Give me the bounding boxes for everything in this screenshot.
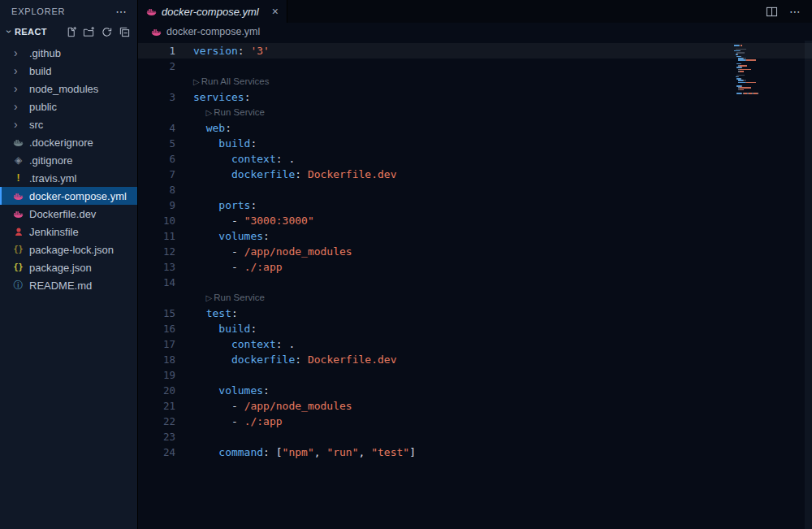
- tree-folder-node_modules[interactable]: ›node_modules: [0, 80, 137, 98]
- file-label: build: [29, 65, 51, 77]
- explorer-actions: [65, 26, 131, 38]
- tree-file-.dockerignore[interactable]: .dockerignore: [0, 133, 137, 151]
- split-editor-icon[interactable]: [766, 6, 778, 18]
- chevron-right-icon: ›: [11, 65, 25, 76]
- tree-folder-build[interactable]: ›build: [0, 62, 137, 80]
- chevron-right-icon: ›: [11, 83, 25, 94]
- code-line[interactable]: 2: [138, 59, 812, 74]
- code-text: volumes:: [193, 228, 270, 244]
- line-number: 9: [138, 197, 175, 213]
- codelens-action[interactable]: ▷Run Service: [193, 290, 265, 306]
- code-text: version: '3': [193, 43, 270, 59]
- codelens-row[interactable]: ▷Run Service: [138, 105, 812, 120]
- code-line[interactable]: 7 dockerfile: Dockerfile.dev: [138, 167, 812, 182]
- file-label: package.json: [29, 262, 92, 274]
- file-label: .github: [29, 47, 61, 59]
- code-text: web:: [193, 120, 231, 136]
- chevron-right-icon: ›: [11, 47, 25, 59]
- tab-label: docker-compose.yml: [162, 6, 259, 18]
- close-icon[interactable]: ×: [272, 5, 279, 18]
- file-label: .gitignore: [29, 154, 72, 167]
- code-line[interactable]: 11 volumes:: [138, 228, 812, 244]
- refresh-icon[interactable]: [101, 26, 113, 38]
- tree-file-README.md[interactable]: ⓘREADME.md: [0, 276, 137, 294]
- code-text: command: ["npm", "run", "test"]: [193, 444, 416, 460]
- code-line[interactable]: 21 - /app/node_modules: [138, 398, 812, 414]
- file-tree: ›.github›build›node_modules›public›src.d…: [0, 41, 137, 529]
- run-icon: ▷: [206, 290, 213, 306]
- code-line[interactable]: 19: [138, 367, 812, 383]
- file-label: Jenkinsfile: [29, 226, 79, 238]
- code-line[interactable]: 1version: '3': [138, 43, 812, 59]
- section-header-react[interactable]: › REACT: [0, 22, 137, 41]
- code-line[interactable]: 10 - "3000:3000": [138, 213, 812, 228]
- code-text: - /app/node_modules: [193, 398, 352, 414]
- chevron-right-icon: ›: [11, 119, 25, 130]
- line-number: 17: [138, 336, 175, 352]
- code-line[interactable]: 6 context: .: [138, 151, 812, 167]
- code-line[interactable]: 9 ports:: [138, 197, 812, 213]
- code-line[interactable]: 12 - /app/node_modules: [138, 244, 812, 259]
- tree-file-.travis.yml[interactable]: !.travis.yml: [0, 169, 137, 187]
- tree-folder-public[interactable]: ›public: [0, 98, 137, 115]
- tree-file-package-lock.json[interactable]: {}package-lock.json: [0, 241, 137, 258]
- codelens-label: Run Service: [214, 105, 265, 120]
- chevron-down-icon: ›: [3, 26, 15, 37]
- tree-file-Jenkinsfile[interactable]: Jenkinsfile: [0, 223, 137, 241]
- tree-folder-src[interactable]: ›src: [0, 115, 137, 133]
- code-line[interactable]: 15 test:: [138, 306, 812, 321]
- code-text: test:: [193, 306, 238, 321]
- tree-file-package.json[interactable]: {}package.json: [0, 258, 137, 276]
- code-line[interactable]: 8: [138, 182, 812, 197]
- minimap[interactable]: [734, 45, 799, 95]
- file-label: src: [29, 119, 43, 131]
- code-line[interactable]: 5 build:: [138, 136, 812, 151]
- file-label: docker-compose.yml: [29, 190, 127, 202]
- codelens-action[interactable]: ▷Run Service: [193, 105, 265, 120]
- code-line[interactable]: 14: [138, 275, 812, 290]
- code-line[interactable]: 23: [138, 429, 812, 444]
- file-label: README.md: [29, 280, 92, 292]
- chevron-right-icon: ›: [11, 101, 25, 112]
- code-text: context: .: [193, 336, 295, 352]
- code-line[interactable]: 13 - ./:app: [138, 259, 812, 275]
- code-text: build:: [193, 321, 257, 336]
- line-number: 13: [138, 259, 175, 275]
- code-line[interactable]: 4 web:: [138, 120, 812, 136]
- code-line[interactable]: 16 build:: [138, 321, 812, 336]
- code-text: volumes:: [193, 383, 270, 398]
- docker-icon: [146, 7, 157, 17]
- line-number: 8: [138, 182, 175, 197]
- codelens-row[interactable]: ▷Run Service: [138, 290, 812, 306]
- alert-icon: !: [11, 173, 25, 183]
- codelens-action[interactable]: ▷Run All Services: [193, 74, 269, 89]
- code-line[interactable]: 3services:: [138, 89, 812, 105]
- line-number: 2: [138, 59, 175, 74]
- line-number: 18: [138, 352, 175, 367]
- code-line[interactable]: 18 dockerfile: Dockerfile.dev: [138, 352, 812, 367]
- new-folder-icon[interactable]: [83, 26, 95, 38]
- file-label: public: [29, 101, 57, 113]
- code-line[interactable]: 22 - ./:app: [138, 414, 812, 429]
- tab-docker-compose[interactable]: docker-compose.yml ×: [138, 0, 287, 23]
- editor-more-icon[interactable]: ⋯: [789, 5, 801, 18]
- collapse-all-icon[interactable]: [119, 26, 131, 38]
- line-number: 12: [138, 244, 175, 259]
- tree-file-docker-compose.yml[interactable]: docker-compose.yml: [0, 187, 137, 205]
- explorer-header: EXPLORER ⋯: [0, 0, 137, 22]
- new-file-icon[interactable]: [65, 26, 77, 38]
- tree-file-.gitignore[interactable]: ◈.gitignore: [0, 151, 137, 169]
- tree-folder-.github[interactable]: ›.github: [0, 44, 137, 62]
- line-number: [138, 74, 175, 89]
- run-icon: ▷: [206, 105, 213, 120]
- code-line[interactable]: 24 command: ["npm", "run", "test"]: [138, 444, 812, 460]
- explorer-more-icon[interactable]: ⋯: [115, 5, 127, 18]
- codelens-row[interactable]: ▷Run All Services: [138, 74, 812, 89]
- code-line[interactable]: 17 context: .: [138, 336, 812, 352]
- codelens-label: Run Service: [214, 290, 265, 306]
- scrollbar[interactable]: [805, 41, 812, 529]
- file-label: Dockerfile.dev: [29, 208, 96, 220]
- code-line[interactable]: 20 volumes:: [138, 383, 812, 398]
- tree-file-Dockerfile.dev[interactable]: Dockerfile.dev: [0, 205, 137, 223]
- breadcrumb[interactable]: docker-compose.yml: [138, 23, 812, 41]
